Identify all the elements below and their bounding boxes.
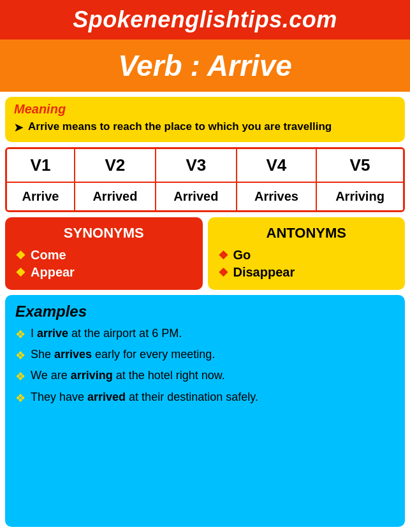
ex-diamond-1: ❖ bbox=[15, 348, 26, 364]
examples-section: Examples ❖ I arrive at the airport at 6 … bbox=[5, 295, 405, 527]
diamond-dark-icon-0: ❖ bbox=[218, 248, 228, 262]
v1-value: Arrive bbox=[7, 182, 75, 210]
v5-header: V5 bbox=[316, 149, 403, 182]
v5-value: Arriving bbox=[316, 182, 403, 210]
v4-header: V4 bbox=[237, 149, 316, 182]
table-values-row: Arrive Arrived Arrived Arrives Arriving bbox=[7, 182, 403, 210]
synonyms-box: SYNONYMS ❖ Come ❖ Appear bbox=[5, 217, 203, 290]
v2-header: V2 bbox=[75, 149, 156, 182]
example-item-0: ❖ I arrive at the airport at 6 PM. bbox=[15, 326, 395, 343]
meaning-text: ➤ Arrive means to reach the place to whi… bbox=[14, 120, 396, 134]
example-item-1: ❖ She arrives early for every meeting. bbox=[15, 347, 395, 364]
example-bold-2: arriving bbox=[71, 369, 113, 382]
antonym-item-0: ❖ Go bbox=[218, 248, 395, 262]
arrow-icon: ➤ bbox=[14, 121, 23, 134]
antonym-text-1: Disappear bbox=[233, 265, 295, 280]
syn-ant-section: SYNONYMS ❖ Come ❖ Appear ANTONYMS ❖ Go ❖… bbox=[5, 217, 405, 290]
table-header-row: V1 V2 V3 V4 V5 bbox=[7, 149, 403, 182]
meaning-section: Meaning ➤ Arrive means to reach the plac… bbox=[5, 97, 405, 142]
example-text-1: She arrives early for every meeting. bbox=[31, 347, 215, 363]
examples-label: Examples bbox=[15, 303, 395, 320]
diamond-icon-0: ❖ bbox=[15, 248, 26, 262]
orange-header: Verb : Arrive bbox=[0, 40, 410, 92]
example-bold-0: arrive bbox=[37, 327, 68, 340]
ex-diamond-0: ❖ bbox=[15, 327, 26, 343]
example-item-3: ❖ They have arrived at their destination… bbox=[15, 389, 395, 406]
antonym-text-0: Go bbox=[233, 248, 251, 262]
antonym-item-1: ❖ Disappear bbox=[218, 265, 395, 280]
site-title: Spokenenglishtips.com bbox=[9, 6, 401, 33]
meaning-content: Arrive means to reach the place to which… bbox=[28, 120, 332, 133]
synonym-text-1: Appear bbox=[31, 265, 75, 280]
synonym-text-0: Come bbox=[31, 248, 66, 262]
v1-header: V1 bbox=[7, 149, 75, 182]
example-item-2: ❖ We are arriving at the hotel right now… bbox=[15, 368, 395, 385]
ex-diamond-2: ❖ bbox=[15, 369, 26, 385]
v3-value: Arrived bbox=[156, 182, 237, 210]
v2-value: Arrived bbox=[75, 182, 156, 210]
v3-header: V3 bbox=[156, 149, 237, 182]
forms-table: V1 V2 V3 V4 V5 Arrive Arrived Arrived Ar… bbox=[7, 149, 403, 210]
synonym-item-0: ❖ Come bbox=[15, 248, 193, 262]
synonym-item-1: ❖ Appear bbox=[15, 265, 193, 280]
example-text-0: I arrive at the airport at 6 PM. bbox=[31, 326, 182, 341]
antonyms-box: ANTONYMS ❖ Go ❖ Disappear bbox=[208, 217, 406, 290]
synonyms-label: SYNONYMS bbox=[15, 225, 193, 241]
example-bold-1: arrives bbox=[54, 348, 92, 361]
diamond-icon-1: ❖ bbox=[15, 266, 26, 280]
verb-title: Verb : Arrive bbox=[9, 48, 401, 83]
main-container: Spokenenglishtips.com Verb : Arrive Mean… bbox=[0, 0, 410, 532]
verb-forms-table: V1 V2 V3 V4 V5 Arrive Arrived Arrived Ar… bbox=[5, 147, 405, 212]
diamond-dark-icon-1: ❖ bbox=[218, 266, 228, 280]
v4-value: Arrives bbox=[237, 182, 316, 210]
example-text-2: We are arriving at the hotel right now. bbox=[31, 368, 225, 384]
meaning-label: Meaning bbox=[14, 102, 396, 117]
example-bold-3: arrived bbox=[87, 391, 126, 403]
example-text-3: They have arrived at their destination s… bbox=[31, 389, 258, 405]
antonyms-label: ANTONYMS bbox=[218, 225, 395, 241]
ex-diamond-3: ❖ bbox=[15, 391, 26, 406]
red-header: Spokenenglishtips.com bbox=[0, 0, 410, 40]
